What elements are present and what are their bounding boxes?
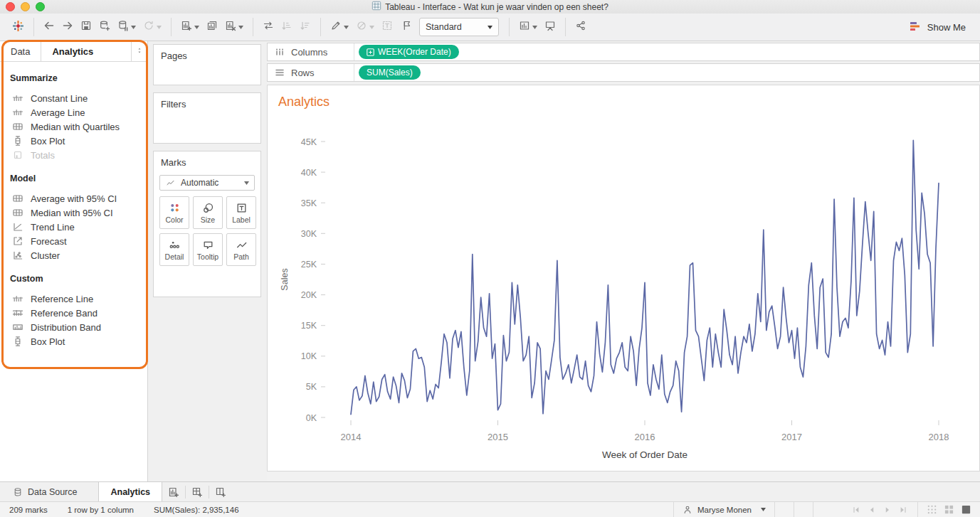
- mark-labels-button[interactable]: [378, 17, 396, 37]
- save-button[interactable]: [77, 17, 95, 37]
- chevron-down-icon[interactable]: [532, 26, 537, 29]
- analytics-item-average-with-95-ci[interactable]: Average with 95% CI: [0, 191, 147, 206]
- zoom-window-button[interactable]: [36, 2, 45, 11]
- sort-descending-icon: [300, 20, 311, 34]
- pill-week-order-date-[interactable]: WEEK(Order Date): [359, 45, 459, 59]
- traffic-lights[interactable]: [0, 0, 45, 14]
- analytics-item-label: Constant Line: [31, 93, 88, 104]
- last-page-button[interactable]: [899, 506, 907, 514]
- redo-button[interactable]: [58, 17, 77, 37]
- analytics-item-label: Median with 95% CI: [31, 208, 113, 218]
- analytics-item-box-plot[interactable]: Box Plot: [0, 134, 147, 148]
- show-filmstrip-button[interactable]: [944, 504, 954, 515]
- analytics-item-median-with-quartiles[interactable]: Median with Quartiles: [0, 119, 147, 134]
- sort-ascending-button[interactable]: [278, 17, 296, 37]
- svg-text:5K: 5K: [306, 382, 317, 392]
- marks-label-button[interactable]: Label: [226, 196, 256, 229]
- analytics-item-label: Forecast: [31, 236, 67, 247]
- pages-card[interactable]: Pages: [153, 44, 261, 85]
- marks-size-button[interactable]: Size: [193, 196, 223, 229]
- analytics-item-average-line[interactable]: Average Line: [0, 105, 147, 119]
- analytics-item-reference-band[interactable]: Reference Band: [0, 306, 147, 320]
- chevron-down-icon[interactable]: [194, 26, 199, 29]
- analytics-item-cluster[interactable]: Cluster: [0, 248, 147, 262]
- chevron-down-icon[interactable]: [344, 26, 349, 29]
- chevron-down-icon[interactable]: [238, 26, 243, 29]
- tab-analytics[interactable]: Analytics: [41, 41, 104, 61]
- refresh-icon: [143, 20, 154, 34]
- new-worksheet-tab-button[interactable]: [162, 482, 185, 502]
- line-mark-icon: [165, 178, 176, 187]
- show-tabs-button[interactable]: [961, 504, 971, 515]
- fit-axes-button[interactable]: [515, 17, 541, 37]
- boxplot-icon: [12, 135, 23, 146]
- worksheet-canvas: Analytics 0K5K10K15K20K25K30K35K40K45K20…: [267, 85, 980, 471]
- analytics-item-label: Reference Line: [31, 294, 93, 304]
- sales-line-chart[interactable]: 0K5K10K15K20K25K30K35K40K45K201420152016…: [268, 85, 980, 472]
- highlight-button[interactable]: [327, 17, 352, 37]
- previous-page-button[interactable]: [868, 506, 876, 514]
- analytics-item-label: Average with 95% CI: [31, 193, 117, 204]
- fix-axes-button[interactable]: [396, 17, 415, 37]
- marks-buttons: ColorSizeLabelDetailTooltipPath: [159, 196, 256, 266]
- close-window-button[interactable]: [6, 2, 15, 11]
- presentation-mode-button[interactable]: [541, 17, 559, 37]
- analytics-item-forecast[interactable]: Forecast: [0, 234, 147, 248]
- columns-shelf[interactable]: Columns WEEK(Order Date): [267, 43, 980, 61]
- analytics-item-reference-line[interactable]: Reference Line: [0, 292, 147, 306]
- marks-tooltip-button[interactable]: Tooltip: [193, 233, 223, 266]
- undo-button[interactable]: [40, 17, 58, 37]
- tableau-logo-button[interactable]: [9, 17, 28, 38]
- user-filter-select[interactable]: Maryse Monen: [674, 502, 774, 517]
- marks-path-button[interactable]: Path: [226, 233, 256, 266]
- new-worksheet-icon: [168, 486, 179, 498]
- new-datasource-button[interactable]: [95, 17, 114, 37]
- marks-button-label: Size: [201, 215, 215, 224]
- minimize-window-button[interactable]: [21, 2, 30, 11]
- tab-sheet-analytics[interactable]: Analytics: [98, 482, 162, 502]
- analytics-item-median-with-95-ci[interactable]: Median with 95% CI: [0, 206, 147, 220]
- presentation-icon: [544, 20, 556, 34]
- next-page-button[interactable]: [883, 506, 892, 514]
- marks-color-button[interactable]: Color: [159, 196, 189, 229]
- duplicate-sheet-button[interactable]: [203, 17, 221, 37]
- analytics-item-label: Box Plot: [31, 136, 65, 146]
- columns-pill-area: WEEK(Order Date): [354, 45, 459, 59]
- marks-detail-button[interactable]: Detail: [159, 233, 189, 266]
- new-dashboard-tab-button[interactable]: [186, 482, 209, 502]
- group-members-button[interactable]: [352, 17, 378, 37]
- tab-data[interactable]: Data: [0, 41, 41, 61]
- rows-shelf[interactable]: Rows SUM(Sales): [267, 63, 980, 82]
- svg-text:45K: 45K: [301, 137, 317, 147]
- pane-swap-button[interactable]: [131, 41, 147, 61]
- tab-data-source[interactable]: Data Source: [1, 482, 88, 502]
- pane-section-custom: CustomReference LineReference BandDistri…: [0, 262, 147, 348]
- filters-card[interactable]: Filters: [153, 92, 261, 144]
- show-me-button[interactable]: Show Me: [904, 18, 971, 36]
- sort-descending-button[interactable]: [296, 17, 315, 37]
- chevron-down-icon[interactable]: [131, 26, 136, 29]
- analytics-item-label: Distribution Band: [31, 322, 101, 333]
- new-worksheet-button[interactable]: [177, 17, 203, 37]
- svg-text:2018: 2018: [929, 432, 949, 442]
- fit-mode-select[interactable]: Standard: [419, 18, 499, 36]
- columns-icon: [274, 46, 285, 58]
- run-update-button[interactable]: [139, 17, 165, 37]
- share-button[interactable]: [571, 17, 590, 37]
- new-story-tab-button[interactable]: [209, 482, 232, 502]
- swap-icon: [263, 20, 274, 34]
- analytics-item-trend-line[interactable]: Trend Line: [0, 220, 147, 234]
- first-page-button[interactable]: [852, 506, 860, 514]
- pill-sum-sales-[interactable]: SUM(Sales): [359, 65, 421, 80]
- clear-sheet-button[interactable]: [221, 17, 247, 37]
- tableau-logo-icon: [12, 20, 24, 35]
- clear-sheet-icon: [225, 20, 236, 34]
- mark-type-select[interactable]: Automatic: [159, 175, 255, 191]
- analytics-item-box-plot[interactable]: Box Plot: [0, 334, 147, 348]
- show-sheet-sorter-button[interactable]: [927, 504, 937, 515]
- swap-rows-columns-button[interactable]: [259, 17, 278, 37]
- analytics-item-constant-line[interactable]: Constant Line: [0, 91, 147, 105]
- pause-auto-updates-button[interactable]: [114, 17, 139, 37]
- analytics-item-distribution-band[interactable]: Distribution Band: [0, 320, 147, 334]
- totals-icon: [12, 149, 23, 161]
